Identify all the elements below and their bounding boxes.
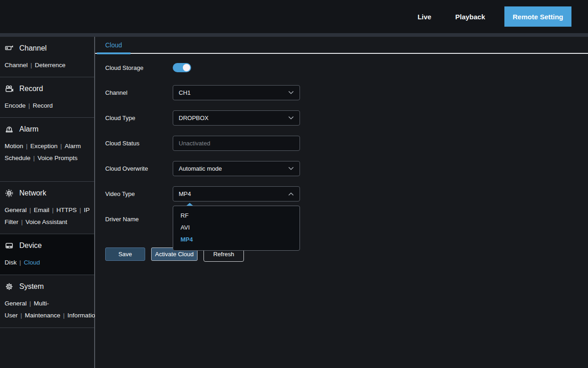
ptz-camera-icon: [5, 44, 14, 53]
channel-select[interactable]: CH1: [173, 85, 300, 100]
globe-icon: [5, 189, 14, 198]
tab-cloud[interactable]: Cloud: [97, 37, 130, 53]
section-title-network: Network: [5, 188, 90, 199]
option-avi[interactable]: AVI: [173, 222, 300, 234]
sidebar-section-network: Network General|Email|HTTPS|IP Filter|Vo…: [0, 182, 94, 234]
gear-icon: [5, 282, 14, 291]
sidebar-link-record[interactable]: Record: [33, 102, 53, 109]
sidebar-empty-space: [0, 328, 94, 368]
sidebar-link-encode[interactable]: Encode: [5, 102, 26, 109]
nav-remote-setting[interactable]: Remote Setting: [504, 6, 571, 27]
link-separator: |: [30, 62, 32, 69]
cloud-storage-row: Cloud Storage: [105, 63, 588, 72]
sidebar-section-record: Record Encode|Record: [0, 77, 94, 118]
video-type-value: MP4: [179, 190, 191, 197]
link-separator: |: [52, 207, 54, 213]
section-title-system: System: [5, 281, 90, 292]
toggle-knob: [183, 64, 190, 71]
cloud-type-label: Cloud Type: [105, 115, 173, 121]
cloud-type-row: Cloud Type DROPBOX: [105, 110, 588, 126]
link-separator: |: [33, 155, 35, 161]
section-label-system: System: [19, 282, 44, 291]
video-type-dropdown: RF AVI MP4: [173, 206, 300, 251]
cloud-form: Cloud Storage Channel CH1 Cloud Type DRO…: [95, 54, 588, 262]
sidebar-link-maintenance[interactable]: Maintenance: [25, 312, 60, 319]
hard-drive-icon: [5, 241, 14, 250]
link-separator: |: [21, 312, 23, 319]
header-divider: [0, 33, 588, 37]
video-type-selectwrap: MP4 RF AVI MP4: [173, 186, 300, 201]
sidebar-link-general-system[interactable]: General: [5, 300, 27, 307]
cloud-type-select[interactable]: DROPBOX: [173, 110, 300, 126]
tab-bar: Cloud: [95, 37, 588, 54]
link-separator: |: [60, 143, 62, 150]
option-rf[interactable]: RF: [173, 210, 300, 222]
cloud-overwrite-value: Automatic mode: [179, 165, 222, 172]
video-type-select[interactable]: MP4: [173, 186, 300, 201]
main-panel: Cloud Cloud Storage Channel CH1 Clo: [95, 37, 588, 368]
cloud-status-value: Unactivated: [179, 140, 210, 147]
nav-live[interactable]: Live: [406, 13, 443, 21]
channel-value: CH1: [179, 89, 191, 96]
cloud-overwrite-select[interactable]: Automatic mode: [173, 161, 300, 176]
cloud-status-label: Cloud Status: [105, 140, 173, 147]
driver-name-label: Driver Name: [105, 216, 173, 223]
sidebar-section-system: System General|Multi-User|Maintenance|In…: [0, 275, 94, 328]
cloud-storage-toggle[interactable]: [173, 63, 191, 72]
section-title-alarm: Alarm: [5, 124, 90, 135]
video-camera-icon: [5, 84, 14, 93]
section-title-device: Device: [5, 240, 90, 251]
link-separator: |: [19, 259, 21, 266]
link-separator: |: [63, 312, 65, 319]
cloud-status-row: Cloud Status Unactivated: [105, 136, 588, 151]
sidebar-link-exception[interactable]: Exception: [30, 143, 57, 150]
video-type-row: Video Type MP4 RF AVI MP4: [105, 186, 588, 201]
cloud-overwrite-label: Cloud Overwrite: [105, 165, 173, 172]
chevron-up-icon: [288, 192, 294, 196]
link-separator: |: [79, 207, 81, 213]
top-header: Live Playback Remote Setting: [0, 0, 588, 33]
sidebar-link-channel[interactable]: Channel: [5, 62, 28, 69]
cloud-storage-label: Cloud Storage: [105, 64, 173, 71]
chevron-down-icon: [288, 167, 294, 171]
chevron-down-icon: [288, 116, 294, 120]
sidebar-section-alarm: Alarm Motion|Exception|Alarm Schedule|Vo…: [0, 118, 94, 182]
nav-playback[interactable]: Playback: [443, 13, 497, 21]
section-label-channel: Channel: [19, 44, 47, 52]
section-title-record: Record: [5, 83, 90, 94]
sidebar-link-general-network[interactable]: General: [5, 207, 27, 213]
cloud-type-value: DROPBOX: [179, 115, 209, 121]
cloud-overwrite-row: Cloud Overwrite Automatic mode: [105, 161, 588, 176]
link-separator: |: [28, 102, 30, 109]
chevron-down-icon: [288, 91, 294, 95]
video-type-label: Video Type: [105, 190, 173, 197]
save-button[interactable]: Save: [105, 247, 145, 261]
sidebar-link-email[interactable]: Email: [34, 207, 50, 213]
section-label-record: Record: [19, 85, 43, 93]
section-label-network: Network: [19, 189, 46, 197]
dropdown-pointer: [187, 203, 193, 206]
sidebar-link-voice-prompts[interactable]: Voice Prompts: [38, 155, 78, 161]
section-title-channel: Channel: [5, 43, 90, 54]
sidebar-link-deterrence[interactable]: Deterrence: [35, 62, 66, 69]
section-label-alarm: Alarm: [19, 125, 39, 133]
link-separator: |: [29, 300, 31, 307]
sidebar-section-channel: Channel Channel|Deterrence: [0, 37, 94, 77]
sidebar-link-voice-assistant[interactable]: Voice Assistant: [26, 218, 68, 225]
sidebar-link-disk[interactable]: Disk: [5, 259, 17, 266]
link-separator: |: [29, 207, 31, 213]
sidebar-link-motion[interactable]: Motion: [5, 143, 23, 150]
section-label-device: Device: [19, 242, 42, 250]
channel-row: Channel CH1: [105, 85, 588, 100]
channel-label: Channel: [105, 89, 173, 96]
cloud-status-field: Unactivated: [173, 136, 300, 151]
sidebar-link-information[interactable]: Information: [68, 312, 99, 319]
sidebar: Channel Channel|Deterrence Record Encode…: [0, 37, 95, 368]
sidebar-link-https[interactable]: HTTPS: [57, 207, 77, 213]
sidebar-section-device: Device Disk|Cloud: [0, 234, 94, 275]
link-separator: |: [26, 143, 28, 150]
sidebar-link-cloud[interactable]: Cloud: [24, 259, 40, 266]
link-separator: |: [21, 218, 23, 225]
siren-icon: [5, 125, 14, 134]
option-mp4[interactable]: MP4: [173, 234, 300, 246]
